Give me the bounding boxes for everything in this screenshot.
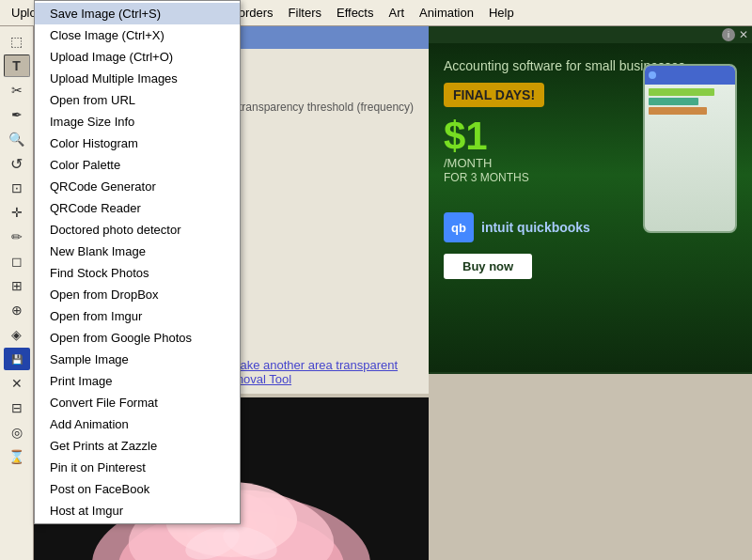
menu-item-color-histogram[interactable]: Color Histogram — [35, 132, 240, 154]
menu-item-pin-pinterest[interactable]: Pin it on Pinterest — [35, 457, 240, 478]
menu-item-host-imgur[interactable]: Host at Imgur — [35, 500, 240, 521]
ad-phone-mockup — [643, 64, 737, 233]
tool-save[interactable]: 💾 — [4, 348, 30, 370]
tool-crop[interactable]: ⊡ — [4, 177, 30, 199]
menu-item-post-facebook[interactable]: Post on FaceBook — [35, 478, 240, 500]
ad-phone-header — [645, 66, 735, 85]
menu-animation[interactable]: Animation — [412, 3, 481, 23]
ad-chart-bar3 — [649, 107, 707, 115]
ad-buy-button[interactable]: Buy now — [444, 254, 532, 279]
menu-art[interactable]: Art — [381, 3, 412, 23]
menu-item-qrcode-reader[interactable]: QRCode Reader — [35, 197, 240, 219]
threshold-sublabel: transparency threshold (frequency) — [239, 101, 414, 114]
menu-item-close-image[interactable]: Close Image (Ctrl+X) — [35, 24, 240, 46]
menu-item-open-dropbox[interactable]: Open from DropBox — [35, 284, 240, 305]
ad-close-icon[interactable]: ✕ — [739, 28, 748, 41]
menu-filters[interactable]: Filters — [281, 3, 329, 23]
ad-info-icon[interactable]: i — [722, 28, 735, 41]
menu-effects[interactable]: Effects — [329, 3, 382, 23]
menu-help[interactable]: Help — [481, 3, 522, 23]
menu-item-save-image[interactable]: Save Image (Ctrl+S) — [35, 3, 240, 24]
ad-header: i ✕ — [429, 26, 752, 43]
ad-duration: FOR 3 MONTHS — [444, 171, 529, 184]
file-dropdown-menu: Save Image (Ctrl+S) Close Image (Ctrl+X)… — [34, 0, 241, 524]
menu-item-get-prints[interactable]: Get Prints at Zazzle — [35, 435, 240, 457]
tool-close[interactable]: ✕ — [4, 372, 30, 395]
tool-scissors[interactable]: ✂ — [4, 79, 30, 101]
menu-item-image-size-info[interactable]: Image Size Info — [35, 111, 240, 132]
menu-item-upload-multiple[interactable]: Upload Multiple Images — [35, 68, 240, 89]
ad-chart-bar1 — [649, 88, 714, 96]
ad-chart-bar2 — [649, 98, 698, 105]
toolbar: ⬚ T ✂ ✒ 🔍 ↺ ⊡ ✛ ✏ ◻ ⊞ ⊕ ◈ 💾 ✕ ⊟ ◎ ⌛ — [0, 26, 34, 560]
ad-badge: FINAL DAYS! — [444, 83, 544, 107]
ad-panel: i ✕ Accounting software for small busine… — [429, 26, 752, 374]
tool-history[interactable]: ⌛ — [4, 445, 30, 468]
tool-heal[interactable]: ⊕ — [4, 299, 30, 321]
ad-body: Accounting software for small businesses… — [429, 43, 752, 372]
tool-move[interactable]: ✛ — [4, 201, 30, 224]
menu-item-color-palette[interactable]: Color Palette — [35, 154, 240, 176]
tool-text[interactable]: T — [4, 54, 30, 77]
tool-rotate[interactable]: ↺ — [4, 152, 30, 175]
menu-item-convert-format[interactable]: Convert File Format — [35, 392, 240, 413]
menu-item-sample-image[interactable]: Sample Image — [35, 349, 240, 370]
tool-pen[interactable]: ✏ — [4, 226, 30, 248]
menu-item-open-url[interactable]: Open from URL — [35, 89, 240, 111]
ad-brand-name: intuit quickbooks — [481, 220, 590, 235]
tool-brush[interactable]: ✒ — [4, 103, 30, 126]
tool-clone[interactable]: ◈ — [4, 323, 30, 346]
menu-item-new-blank[interactable]: New Blank Image — [35, 241, 240, 262]
tool-stamp[interactable]: ⊞ — [4, 274, 30, 297]
tool-draw2[interactable]: ◎ — [4, 421, 30, 443]
ad-logo-icon: qb — [444, 212, 474, 242]
menu-item-qrcode-generator[interactable]: QRCode Generator — [35, 176, 240, 197]
menu-item-print-image[interactable]: Print Image — [35, 370, 240, 392]
file-dropdown-overlay: Save Image (Ctrl+S) Close Image (Ctrl+X)… — [34, 0, 241, 524]
ad-price: $1 — [444, 114, 488, 158]
tool-select[interactable]: ⬚ — [4, 30, 30, 53]
ad-phone-dot — [649, 71, 656, 79]
ad-phone-content — [645, 85, 735, 120]
menu-item-add-animation[interactable]: Add Animation — [35, 413, 240, 435]
tool-search[interactable]: 🔍 — [4, 128, 30, 150]
menu-item-open-imgur[interactable]: Open from Imgur — [35, 305, 240, 327]
tool-eraser[interactable]: ◻ — [4, 250, 30, 272]
menu-item-find-stock[interactable]: Find Stock Photos — [35, 262, 240, 284]
menu-item-doctored-photo[interactable]: Doctored photo detector — [35, 219, 240, 241]
menu-item-open-google[interactable]: Open from Google Photos — [35, 327, 240, 349]
menu-item-upload-image[interactable]: Upload Image (Ctrl+O) — [35, 46, 240, 68]
tool-layers[interactable]: ⊟ — [4, 397, 30, 419]
